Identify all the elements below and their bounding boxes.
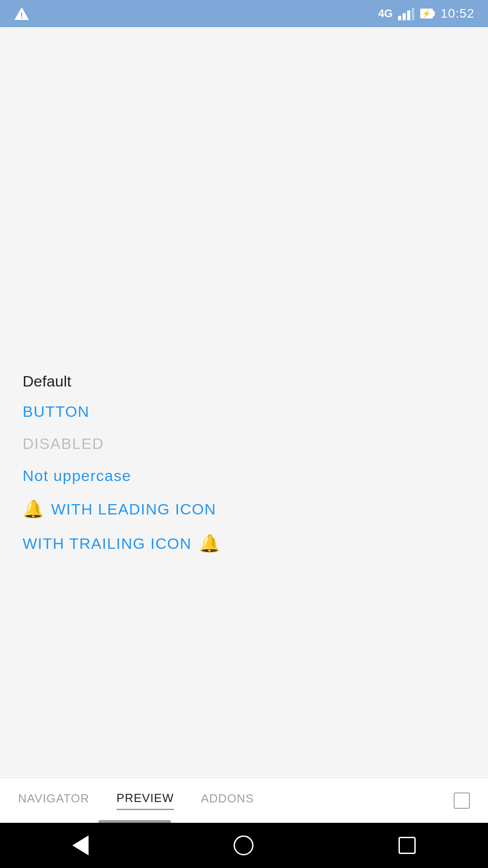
- svg-rect-3: [403, 13, 406, 20]
- svg-rect-7: [433, 11, 435, 16]
- signal-label: 4G: [378, 7, 393, 20]
- button-not-uppercase-label: Not uppercase: [23, 467, 131, 485]
- battery-icon: ⚡: [420, 7, 435, 20]
- warning-icon: !: [14, 5, 30, 22]
- button-disabled: DISABLED: [23, 435, 465, 453]
- recent-square-icon: [399, 837, 416, 854]
- back-button[interactable]: [72, 835, 89, 855]
- recent-button[interactable]: [399, 837, 416, 854]
- main-content: Default BUTTON DISABLED Not uppercase 🔔 …: [0, 163, 488, 778]
- status-bar-right: 4G ⚡ 10:52: [378, 6, 474, 21]
- button-default-label: BUTTON: [23, 403, 89, 420]
- back-arrow-icon: [72, 835, 89, 855]
- svg-text:!: !: [20, 11, 23, 20]
- bell-trailing-icon: 🔔: [199, 533, 220, 553]
- top-spacer: [0, 27, 488, 163]
- button-disabled-label: DISABLED: [23, 435, 104, 453]
- tab-square-icon[interactable]: [454, 793, 470, 809]
- status-bar: ! 4G ⚡ 10:52: [0, 0, 488, 27]
- button-trailing-icon-label: WITH TRAILING ICON: [23, 535, 192, 552]
- nav-bar: [0, 823, 488, 868]
- tab-bar: NAVIGATOR PREVIEW ADDONS: [0, 778, 488, 823]
- home-circle-icon: [234, 835, 253, 855]
- tab-preview[interactable]: PREVIEW: [117, 791, 174, 810]
- button-not-uppercase[interactable]: Not uppercase: [23, 467, 465, 485]
- status-bar-left: !: [14, 5, 30, 22]
- svg-rect-4: [407, 10, 410, 20]
- button-with-leading-icon[interactable]: 🔔 WITH LEADING ICON: [23, 499, 465, 519]
- svg-text:⚡: ⚡: [421, 9, 431, 19]
- signal-bars-icon: [398, 7, 414, 20]
- tab-active-indicator: [99, 820, 171, 823]
- status-time: 10:52: [441, 6, 474, 21]
- home-button[interactable]: [234, 835, 253, 855]
- button-leading-icon-label: WITH LEADING ICON: [51, 500, 216, 518]
- section-label: Default: [23, 373, 465, 390]
- tab-addons[interactable]: ADDONS: [201, 792, 254, 809]
- bell-leading-icon: 🔔: [23, 499, 44, 519]
- svg-rect-2: [398, 16, 401, 20]
- button-with-trailing-icon[interactable]: WITH TRAILING ICON 🔔: [23, 533, 465, 553]
- svg-rect-5: [412, 8, 414, 20]
- button-default[interactable]: BUTTON: [23, 403, 465, 420]
- tab-navigator[interactable]: NAVIGATOR: [18, 792, 89, 809]
